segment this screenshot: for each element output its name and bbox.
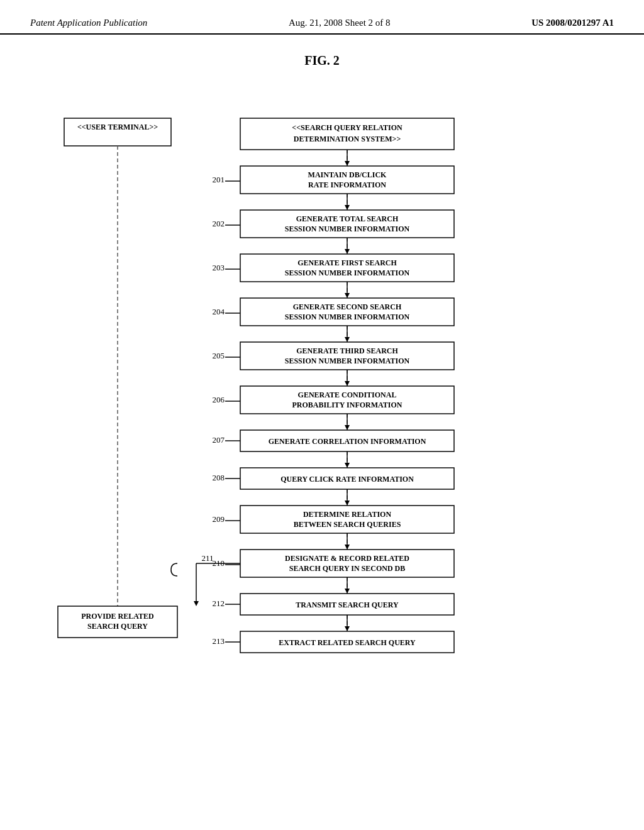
svg-text:213: 213 <box>213 636 225 646</box>
svg-text:204: 204 <box>213 307 225 316</box>
svg-text:BETWEEN SEARCH QUERIES: BETWEEN SEARCH QUERIES <box>294 520 401 529</box>
svg-text:SESSION NUMBER INFORMATION: SESSION NUMBER INFORMATION <box>285 224 410 233</box>
svg-text:PROVIDE RELATED: PROVIDE RELATED <box>81 612 154 621</box>
svg-text:209: 209 <box>213 514 225 524</box>
svg-marker-89 <box>345 626 350 631</box>
svg-text:201: 201 <box>213 175 225 184</box>
svg-text:DESIGNATE & RECORD RELATED: DESIGNATE & RECORD RELATED <box>285 554 409 563</box>
svg-text:MAINTAIN DB/CLICK: MAINTAIN DB/CLICK <box>308 170 387 179</box>
header-patent-number: US 2008/0201297 A1 <box>531 18 614 28</box>
svg-text:206: 206 <box>213 395 225 404</box>
svg-text:GENERATE SECOND SEARCH: GENERATE SECOND SEARCH <box>293 302 402 311</box>
svg-marker-15 <box>345 205 350 210</box>
svg-marker-22 <box>345 249 350 254</box>
svg-text:GENERATE CORRELATION INFORMATI: GENERATE CORRELATION INFORMATION <box>269 437 426 446</box>
header-publication-type: Patent Application Publication <box>30 18 147 28</box>
svg-text:203: 203 <box>213 263 225 272</box>
svg-text:PROBABILITY INFORMATION: PROBABILITY INFORMATION <box>292 401 402 409</box>
header-date-sheet: Aug. 21, 2008 Sheet 2 of 8 <box>289 18 391 28</box>
page-header: Patent Application Publication Aug. 21, … <box>0 0 644 35</box>
svg-marker-29 <box>345 293 350 298</box>
svg-text:RATE INFORMATION: RATE INFORMATION <box>308 180 386 189</box>
svg-marker-56 <box>345 463 350 468</box>
svg-text:SESSION NUMBER INFORMATION: SESSION NUMBER INFORMATION <box>285 313 410 321</box>
svg-text:GENERATE THIRD SEARCH: GENERATE THIRD SEARCH <box>296 346 398 355</box>
svg-text:207: 207 <box>213 435 225 445</box>
svg-text:<<SEARCH QUERY RELATION: <<SEARCH QUERY RELATION <box>292 123 402 132</box>
figure-title: FIG. 2 <box>38 53 606 68</box>
svg-text:205: 205 <box>213 351 225 360</box>
svg-text:<<USER TERMINAL>>: <<USER TERMINAL>> <box>77 123 158 131</box>
diagram-wrapper: <<USER TERMINAL>> <<SEARCH QUERY RELATIO… <box>45 87 599 750</box>
svg-text:GENERATE CONDITIONAL: GENERATE CONDITIONAL <box>298 390 397 399</box>
svg-marker-50 <box>345 425 350 430</box>
svg-text:EXTRACT RELATED SEARCH QUERY: EXTRACT RELATED SEARCH QUERY <box>279 638 416 647</box>
svg-marker-77 <box>194 601 199 606</box>
svg-text:DETERMINE RELATION: DETERMINE RELATION <box>303 510 391 519</box>
svg-marker-43 <box>345 381 350 386</box>
svg-text:GENERATE TOTAL SEARCH: GENERATE TOTAL SEARCH <box>296 214 399 223</box>
svg-text:GENERATE FIRST SEARCH: GENERATE FIRST SEARCH <box>297 258 397 267</box>
svg-text:212: 212 <box>213 599 225 608</box>
main-content: FIG. 2 <<USER TERMINAL>> <<SEARCH QUERY … <box>0 35 644 775</box>
svg-marker-83 <box>345 589 350 594</box>
svg-text:SESSION NUMBER INFORMATION: SESSION NUMBER INFORMATION <box>285 268 410 277</box>
svg-text:211: 211 <box>201 553 213 563</box>
svg-marker-69 <box>345 545 350 550</box>
svg-text:QUERY CLICK RATE INFORMATION: QUERY CLICK RATE INFORMATION <box>280 475 414 484</box>
svg-text:TRANSMIT SEARCH QUERY: TRANSMIT SEARCH QUERY <box>296 600 399 609</box>
svg-marker-36 <box>345 337 350 342</box>
flow-diagram: <<USER TERMINAL>> <<SEARCH QUERY RELATIO… <box>45 87 599 747</box>
svg-text:SESSION NUMBER INFORMATION: SESSION NUMBER INFORMATION <box>285 357 410 365</box>
svg-text:DETERMINATION SYSTEM>>: DETERMINATION SYSTEM>> <box>294 135 401 143</box>
svg-text:208: 208 <box>213 473 225 482</box>
svg-text:202: 202 <box>213 219 225 228</box>
svg-marker-62 <box>345 501 350 506</box>
svg-text:SEARCH QUERY IN SECOND DB: SEARCH QUERY IN SECOND DB <box>289 564 406 573</box>
svg-text:SEARCH QUERY: SEARCH QUERY <box>87 622 148 631</box>
svg-marker-8 <box>345 161 350 166</box>
